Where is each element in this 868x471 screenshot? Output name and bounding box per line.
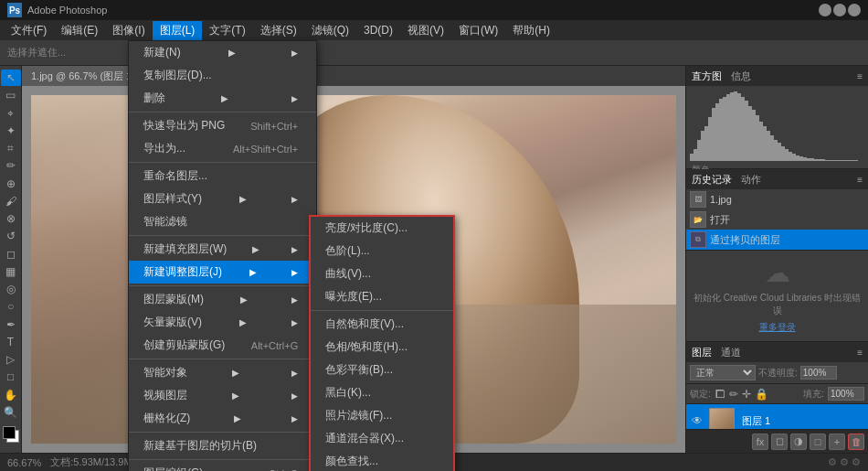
lock-all-btn[interactable]: 🔒 <box>755 388 768 401</box>
menu-item-layer-mask[interactable]: 图层蒙版(M)▶ <box>129 288 316 311</box>
menu-item-new-fill[interactable]: 新建填充图层(W)▶ <box>129 238 316 261</box>
history-panel-menu[interactable]: ≡ <box>857 175 863 185</box>
lock-position-btn[interactable]: ✛ <box>742 388 751 401</box>
tool-move[interactable]: ↖ <box>1 70 21 86</box>
menu-item-group[interactable]: 图层编组(G)Ctrl+G <box>129 462 316 471</box>
blend-mode-select[interactable]: 正常 <box>690 365 756 380</box>
svg-rect-41 <box>840 160 843 161</box>
history-item-2[interactable]: ⧉ 通过拷贝的图层 <box>686 230 868 250</box>
menu-item-smart-object[interactable]: 智能对象▶ <box>129 361 316 384</box>
tool-type[interactable]: T <box>1 334 21 350</box>
menu-item-export-as[interactable]: 导出为...Alt+Shift+Ctrl+ <box>129 137 316 160</box>
layers-tab[interactable]: 图层 <box>692 346 712 359</box>
tool-eraser[interactable]: ◻ <box>1 246 21 262</box>
tool-crop[interactable]: ⌗ <box>1 140 21 156</box>
menu-file[interactable]: 文件(F) <box>4 21 54 40</box>
menu-item-delete[interactable]: 删除▶ <box>129 87 316 110</box>
history-item-0[interactable]: 🖼 1.jpg <box>686 189 868 209</box>
sub-black-white[interactable]: 黑白(K)... <box>311 381 453 404</box>
menu-image[interactable]: 图像(I) <box>105 21 152 40</box>
sub-brightness-contrast[interactable]: 亮度/对比度(C)... <box>311 217 453 240</box>
tool-select-rect[interactable]: ▭ <box>1 87 21 103</box>
history-tab[interactable]: 历史记录 <box>692 173 732 187</box>
sub-channel-mixer[interactable]: 通道混合器(X)... <box>311 427 453 450</box>
menu-3d[interactable]: 3D(D) <box>356 22 400 38</box>
tool-hand[interactable]: ✋ <box>1 387 21 403</box>
histogram-tab[interactable]: 直方图 <box>692 70 722 83</box>
menu-item-clipping-mask[interactable]: 创建剪贴蒙版(G)Alt+Ctrl+G <box>129 334 316 357</box>
svg-rect-36 <box>821 159 825 161</box>
panel-collapse-btn[interactable]: ≡ <box>857 71 863 81</box>
sub-color-lookup[interactable]: 颜色查找... <box>311 450 453 471</box>
menu-item-duplicate[interactable]: 复制图层(D)... <box>129 64 316 87</box>
sub-vibrance[interactable]: 自然饱和度(V)... <box>311 313 453 336</box>
sub-curves[interactable]: 曲线(V)... <box>311 262 453 285</box>
menu-item-smart-filter[interactable]: 智能滤镜 <box>129 210 316 233</box>
tool-dodge[interactable]: ○ <box>1 298 21 315</box>
menu-select[interactable]: 选择(S) <box>253 21 304 40</box>
menu-filter[interactable]: 滤镜(Q) <box>304 21 356 40</box>
tool-path-select[interactable]: ▷ <box>1 351 21 368</box>
menu-help[interactable]: 帮助(H) <box>505 21 557 40</box>
menu-text[interactable]: 文字(T) <box>202 21 252 40</box>
close-button[interactable] <box>848 4 861 16</box>
menu-item-video-layer[interactable]: 视频图层▶ <box>129 384 316 407</box>
menu-item-rename[interactable]: 重命名图层... <box>129 165 316 187</box>
menu-item-new-adjustment[interactable]: 新建调整图层(J)▶ <box>129 261 316 284</box>
svg-rect-20 <box>763 126 767 161</box>
tool-healing[interactable]: ⊕ <box>1 176 21 192</box>
lock-transparent-btn[interactable]: ⧠ <box>715 388 725 401</box>
menu-view[interactable]: 视图(V) <box>400 21 451 40</box>
tool-lasso[interactable]: ⌖ <box>1 105 21 122</box>
menu-item-rasterize[interactable]: 栅格化(Z)▶ <box>129 407 316 430</box>
sub-photo-filter[interactable]: 照片滤镜(F)... <box>311 404 453 427</box>
layer-mask-btn[interactable]: ◻ <box>771 434 788 450</box>
sub-hue-saturation[interactable]: 色相/饱和度(H)... <box>311 336 453 359</box>
window-controls[interactable] <box>819 4 861 16</box>
menu-item-new[interactable]: 新建(N)▶ <box>129 41 316 64</box>
histogram-content: 颜色 <box>686 86 868 168</box>
adjustment-submenu[interactable]: 亮度/对比度(C)... 色阶(L)... 曲线(V)... 曝光度(E)...… <box>309 215 455 471</box>
layer-delete-btn[interactable]: 🗑 <box>848 434 864 450</box>
actions-tab[interactable]: 动作 <box>741 173 761 187</box>
fill-input[interactable] <box>828 387 864 401</box>
layer-item-0[interactable]: 👁 图层 1 <box>686 404 868 429</box>
tool-zoom[interactable]: 🔍 <box>1 404 21 421</box>
opacity-input[interactable] <box>800 366 837 380</box>
menu-item-export-png[interactable]: 快速导出为 PNGShift+Ctrl+ <box>129 114 316 137</box>
sub-exposure[interactable]: 曝光度(E)... <box>311 285 453 308</box>
tool-magic-wand[interactable]: ✦ <box>1 123 21 139</box>
history-item-1[interactable]: 📂 打开 <box>686 209 868 230</box>
tool-clone[interactable]: ⊗ <box>1 210 21 227</box>
tool-pen[interactable]: ✒ <box>1 316 21 333</box>
menu-item-new-slice[interactable]: 新建基于图层的切片(B) <box>129 434 316 457</box>
foreground-color[interactable] <box>3 426 16 439</box>
maximize-button[interactable] <box>833 4 846 16</box>
layers-panel-menu[interactable]: ≡ <box>857 348 863 358</box>
menu-item-layer-style[interactable]: 图层样式(Y)▶ <box>129 187 316 210</box>
minimize-button[interactable] <box>819 4 831 16</box>
tool-history-brush[interactable]: ↺ <box>1 228 21 244</box>
menu-layer[interactable]: 图层(L) <box>153 21 203 40</box>
menu-item-vector-mask[interactable]: 矢量蒙版(V)▶ <box>129 311 316 334</box>
tool-gradient[interactable]: ▦ <box>1 263 21 280</box>
lock-pixel-btn[interactable]: ✏ <box>729 388 738 401</box>
layer-adjustment-btn[interactable]: ◑ <box>790 434 807 450</box>
layer-visibility-0[interactable]: 👁 <box>692 414 703 427</box>
info-tab[interactable]: 信息 <box>731 70 751 83</box>
channels-tab[interactable]: 通道 <box>721 346 741 359</box>
layer-dropdown-menu[interactable]: 新建(N)▶ 复制图层(D)... 删除▶ 快速导出为 PNGShift+Ctr… <box>128 40 317 471</box>
layer-new-btn[interactable]: + <box>829 434 845 450</box>
tool-brush[interactable]: 🖌 <box>1 193 21 209</box>
layer-fx-btn[interactable]: fx <box>752 434 768 450</box>
menu-window[interactable]: 窗口(W) <box>451 21 505 40</box>
sub-levels[interactable]: 色阶(L)... <box>311 240 453 262</box>
tool-shape[interactable]: □ <box>1 369 21 385</box>
sub-color-balance[interactable]: 色彩平衡(B)... <box>311 359 453 381</box>
layer-group-btn[interactable]: □ <box>810 434 826 450</box>
menu-edit[interactable]: 编辑(E) <box>54 21 105 40</box>
tool-blur[interactable]: ◎ <box>1 281 21 297</box>
tool-eyedropper[interactable]: ✏ <box>1 157 21 174</box>
retry-login-link[interactable]: 重多登录 <box>759 321 796 334</box>
layers-panel: 图层 通道 ≡ 正常 不透明度: 锁定: ⧠ ✏ ✛ 🔒 填充: <box>686 342 868 453</box>
